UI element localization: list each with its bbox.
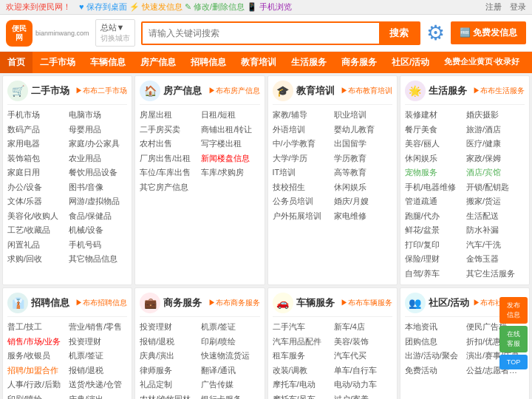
list-item[interactable]: 报销/退税: [69, 364, 127, 378]
list-item[interactable]: 招聘/加盟合作: [7, 364, 66, 378]
list-item[interactable]: 公务员培训: [273, 194, 331, 208]
list-item[interactable]: 其它房产信息: [140, 180, 198, 194]
list-item[interactable]: 服务/收银员: [7, 349, 66, 363]
list-item[interactable]: 报销/退税: [140, 335, 198, 349]
list-item[interactable]: 电动/动力车: [334, 378, 392, 392]
login-link[interactable]: 登录: [510, 2, 526, 11]
list-item[interactable]: 家电维修: [334, 209, 392, 223]
list-item[interactable]: 搬家/货运: [466, 194, 525, 208]
list-item[interactable]: 银行卡服务: [201, 392, 259, 400]
list-item[interactable]: 汽车用品配件: [273, 335, 331, 349]
list-item[interactable]: 鲜花/盆景: [405, 223, 463, 237]
nav-secondhand[interactable]: 二手市场: [33, 52, 83, 73]
list-item[interactable]: 技校招生: [273, 180, 331, 194]
list-item[interactable]: 汽车/干洗: [466, 238, 525, 252]
list-item[interactable]: 投资理财: [69, 335, 127, 349]
list-item[interactable]: 印刷/喷绘: [201, 335, 259, 349]
float-service-button[interactable]: 在线客服: [499, 326, 528, 352]
list-item[interactable]: 开锁/配钥匙: [466, 180, 525, 194]
list-item[interactable]: 家庭日用: [7, 166, 66, 180]
list-item[interactable]: 新车/4店: [334, 320, 392, 334]
list-item[interactable]: 外语培训: [273, 123, 331, 137]
list-item[interactable]: 车库/求购房: [201, 166, 259, 180]
list-item[interactable]: 职业培训: [334, 108, 392, 122]
cat-subtitle-recruit[interactable]: ▶布布招聘信息: [75, 298, 127, 308]
list-item[interactable]: 母婴用品: [69, 123, 127, 137]
list-item[interactable]: 人事/行政/后勤: [7, 378, 66, 392]
list-item[interactable]: 装修建材: [405, 108, 463, 122]
list-item[interactable]: 改装/调教: [273, 364, 331, 378]
mobile-link[interactable]: 📱 手机浏览: [247, 2, 292, 11]
list-item[interactable]: 翻译/通讯: [201, 364, 259, 378]
nav-company[interactable]: 免费企业黄页·收录好: [437, 52, 527, 73]
list-item[interactable]: 装饰箱包: [7, 151, 66, 166]
list-item[interactable]: 宠物服务: [405, 166, 463, 180]
list-item[interactable]: 家用电器: [7, 137, 66, 151]
modify-info-link[interactable]: ✎ 修改/删除信息: [185, 2, 245, 11]
list-item[interactable]: 二手汽车: [273, 320, 331, 334]
list-item[interactable]: 过户/寄养: [334, 392, 392, 400]
list-item[interactable]: 送货/快递/仓管: [69, 378, 127, 392]
list-item[interactable]: 闲置礼品: [7, 238, 66, 252]
list-item[interactable]: 美容化/收购人: [7, 209, 66, 223]
nav-home[interactable]: 首页: [0, 52, 33, 73]
list-item[interactable]: 婚庆/月嫂: [334, 194, 392, 208]
list-item[interactable]: 生活配送: [466, 209, 525, 223]
list-item[interactable]: 休闲娱乐: [334, 180, 392, 194]
list-item[interactable]: 户外拓展培训: [273, 209, 331, 223]
list-item[interactable]: 单车/自行车: [334, 364, 392, 378]
list-item[interactable]: 酒店/宾馆: [466, 166, 525, 180]
list-item[interactable]: 农业用品: [69, 151, 127, 166]
list-item[interactable]: 新闻楼盘信息: [201, 151, 259, 166]
list-item[interactable]: 电脑市场: [69, 108, 127, 122]
list-item[interactable]: 手机市场: [7, 108, 66, 122]
list-item[interactable]: 其它生活服务: [466, 267, 525, 281]
list-item[interactable]: 美容/装饰: [334, 335, 392, 349]
register-link[interactable]: 注册: [485, 2, 502, 11]
nav-life[interactable]: 生活服务: [284, 52, 334, 73]
list-item[interactable]: 文体/乐器: [7, 194, 66, 208]
list-item[interactable]: 婚庆摄影: [466, 108, 525, 122]
nav-business[interactable]: 商务服务: [334, 52, 384, 73]
list-item[interactable]: 摩托车/电动: [273, 378, 331, 392]
list-item[interactable]: 家庭/办公家具: [69, 137, 127, 151]
list-item[interactable]: 快速物流货运: [201, 349, 259, 363]
quick-info-link[interactable]: ⚡ 快速发信息: [129, 2, 183, 11]
search-button[interactable]: 搜索: [379, 23, 419, 44]
list-item[interactable]: 租车服务: [273, 349, 331, 363]
list-item[interactable]: 投资理财: [140, 320, 198, 334]
list-item[interactable]: 食品/保健品: [69, 209, 127, 223]
list-item[interactable]: 餐饮用品设备: [69, 166, 127, 180]
cat-subtitle-vehicle[interactable]: ▶布布车辆服务: [341, 298, 392, 308]
cat-subtitle-realestate[interactable]: ▶布布房产信息: [208, 86, 260, 96]
list-item[interactable]: 防水补漏: [466, 223, 525, 237]
list-item[interactable]: 庆典/演出: [140, 349, 198, 363]
list-item[interactable]: 自驾/养车: [405, 267, 463, 281]
list-item[interactable]: 工艺/收藏品: [7, 223, 66, 237]
list-item[interactable]: 打印/复印: [405, 238, 463, 252]
list-item[interactable]: 跑腿/代办: [405, 209, 463, 223]
float-post-button[interactable]: 发布信息: [499, 297, 528, 324]
list-item[interactable]: 管道疏通: [405, 194, 463, 208]
list-item[interactable]: 厂房出售/出租: [140, 151, 198, 166]
list-item[interactable]: 营业/销售/零售: [69, 320, 127, 334]
list-item[interactable]: 手机号码: [69, 238, 127, 252]
float-top-button[interactable]: TOP: [499, 355, 528, 369]
list-item[interactable]: 医疗/健康: [466, 137, 525, 151]
list-item[interactable]: 日租/短租: [201, 108, 259, 122]
list-item[interactable]: 律师服务: [140, 364, 198, 378]
list-item[interactable]: 图书/音像: [69, 180, 127, 194]
nav-realestate[interactable]: 房产信息: [133, 52, 183, 73]
list-item[interactable]: 二手房买卖: [140, 123, 198, 137]
list-item[interactable]: 休闲娱乐: [405, 151, 463, 166]
list-item[interactable]: 出游/活动/聚会: [405, 349, 463, 363]
list-item[interactable]: 礼品定制: [140, 378, 198, 392]
list-item[interactable]: IT培训: [273, 166, 331, 180]
list-item[interactable]: 金饰玉器: [466, 252, 525, 266]
list-item[interactable]: 农村出售: [140, 137, 198, 151]
list-item[interactable]: 旅游/酒店: [466, 123, 525, 137]
list-item[interactable]: 房屋出租: [140, 108, 198, 122]
station-selector[interactable]: 总站▼ 切换城市: [95, 19, 135, 47]
nav-vehicle[interactable]: 车辆信息: [83, 52, 133, 73]
list-item[interactable]: 商铺出租/转让: [201, 123, 259, 137]
